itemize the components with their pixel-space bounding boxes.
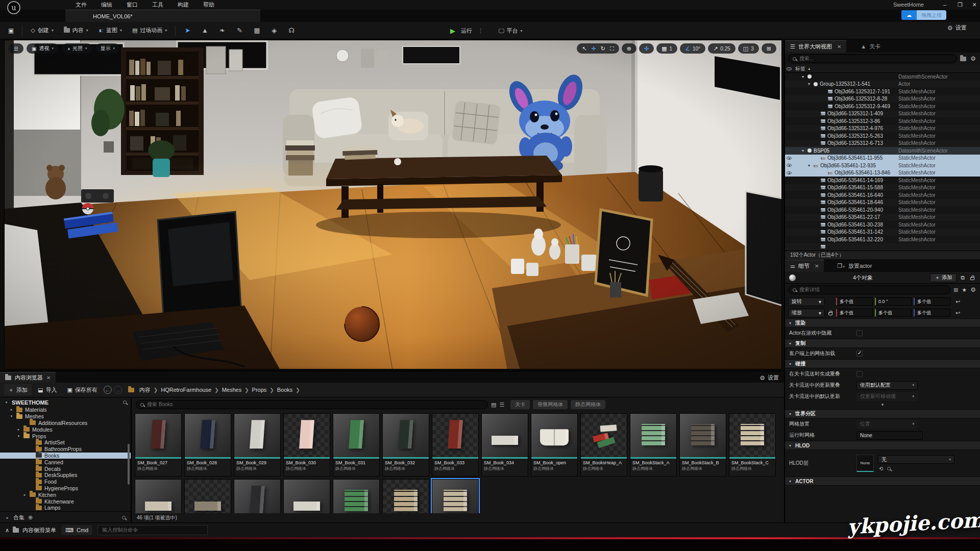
asset-tile[interactable]: SM_Book_032 静态网格体 — [382, 413, 429, 477]
section-actor[interactable]: ▾ACTOR — [785, 477, 980, 486]
expand-chevron[interactable]: ▾ — [806, 163, 812, 168]
asset-tile[interactable] — [135, 479, 182, 513]
hlod-layer-select[interactable]: 无▾ — [878, 455, 954, 464]
row-visibility-toggle[interactable] — [785, 127, 793, 130]
new-folder-icon[interactable] — [960, 57, 966, 61]
asset-tile[interactable] — [283, 479, 330, 513]
row-visibility-toggle[interactable] — [785, 97, 793, 101]
section-rendering[interactable]: ▾渲染 — [785, 318, 980, 328]
scale-mode-select[interactable]: 缩放▾ — [788, 309, 825, 317]
outliner-row[interactable]: Obj3d66-535461-20-940 StaticMeshActor — [785, 206, 980, 214]
row-visibility-toggle[interactable] — [785, 142, 793, 145]
outliner-row[interactable]: Obj3d66-1325312-7-191 StaticMeshActor — [785, 88, 980, 95]
row-visibility-toggle[interactable] — [785, 164, 793, 167]
outliner-row[interactable]: Obj3d66-535461-22-17 StaticMeshActor — [785, 214, 980, 221]
rotation-z-field[interactable]: 多个值 — [914, 297, 950, 306]
scale-snap-toggle[interactable]: ↗0.25 — [708, 43, 736, 54]
back-button[interactable]: ← — [104, 386, 112, 394]
row-visibility-toggle[interactable] — [785, 216, 793, 219]
section-collision[interactable]: ▾碰撞 — [785, 359, 980, 368]
breadcrumb-item[interactable]: Props — [251, 387, 268, 393]
filter-chip[interactable]: 骨骼网格体 — [533, 400, 568, 409]
blueprint-button[interactable]: ∎:蓝图▾ — [93, 24, 127, 37]
expand-advanced-chevron[interactable]: ▾ — [785, 402, 980, 409]
outliner-row[interactable]: Obj3d66-535461-30-238 StaticMeshActor — [785, 221, 980, 229]
asset-search-input[interactable]: 搜索 Books — [136, 400, 488, 409]
tab-content-browser[interactable]: 内容浏览器✕ — [0, 372, 56, 383]
filter-icon[interactable]: ☰ — [499, 402, 504, 408]
upload-badge[interactable]: ☁ 拖拽上传 — [901, 10, 946, 20]
expand-arrow[interactable]: ▸ — [9, 408, 14, 412]
expand-chevron[interactable]: ▾ — [800, 74, 805, 79]
expand-chevron[interactable]: ▾ — [806, 82, 812, 86]
select-tool-icon[interactable]: ↖ — [582, 45, 586, 52]
outliner-row[interactable]: Obj3d66-1325312-8-28 StaticMeshActor — [785, 95, 980, 103]
asset-tile[interactable]: SM_Book_028 静态网格体 — [184, 413, 231, 477]
close-button[interactable]: ✕ — [968, 1, 980, 9]
asset-tile[interactable]: SM_Book_027 静态网格体 — [135, 413, 182, 477]
outliner-row[interactable]: Obj3d66-535461-18-646 StaticMeshActor — [785, 199, 980, 207]
row-visibility-toggle[interactable] — [785, 193, 793, 196]
landscape-mode-icon[interactable]: ▲ — [199, 24, 211, 37]
lit-button[interactable]: ◑光照▾ — [62, 43, 92, 54]
asset-tile[interactable]: SM_Book_031 静态网格体 — [333, 413, 380, 477]
outliner-row[interactable]: Obj3d66-535461-14-169 StaticMeshActor — [785, 177, 980, 184]
scale-z-field[interactable]: 多个值 — [914, 309, 950, 317]
mesh-paint-mode-icon[interactable]: ✎ — [233, 24, 246, 37]
row-visibility-toggle[interactable] — [785, 105, 793, 108]
row-visibility-toggle[interactable] — [785, 201, 793, 204]
asset-tile[interactable]: SM_Book_030 静态网格体 — [283, 413, 330, 477]
use-selected-icon[interactable]: ⟲ — [879, 466, 883, 471]
tab-world-outliner[interactable]: ☰世界大纲视图✕ — [785, 40, 846, 53]
outliner-search-input[interactable]: 搜索... — [788, 54, 957, 63]
outliner-row[interactable]: Obj3d66-1325312-6-713 StaticMeshActor — [785, 140, 980, 147]
tree-folder[interactable]: ▾ Meshes — [0, 413, 131, 420]
search-icon[interactable] — [123, 400, 127, 404]
viewport-menu-button[interactable]: ☰ — [9, 43, 23, 54]
expand-arrow[interactable]: ▸ — [16, 428, 21, 432]
row-visibility-toggle[interactable] — [785, 245, 793, 248]
close-tab-icon[interactable]: ✕ — [815, 263, 819, 269]
asset-tile[interactable]: SM_BookStack_A 静态网格体 — [630, 413, 677, 477]
grid-snap-toggle[interactable]: ▦1 — [656, 43, 677, 54]
tree-folder[interactable]: AdditionalResources — [0, 420, 131, 427]
column-view-icon[interactable]: ⊞ — [953, 287, 958, 293]
browse-icon[interactable]: ⧉ — [961, 274, 965, 281]
visibility-column-icon[interactable] — [785, 67, 793, 70]
search-icon[interactable] — [122, 516, 126, 519]
asset-tile[interactable] — [382, 479, 429, 513]
play-button[interactable]: ▶运行⋮ — [445, 24, 488, 37]
details-lock-button[interactable] — [969, 275, 976, 280]
menu-item[interactable]: 文件 — [68, 0, 94, 10]
move-tool-icon[interactable]: ✛ — [592, 45, 596, 52]
foliage-mode-icon[interactable]: ❧ — [216, 24, 228, 37]
select-mode-icon[interactable]: ➤ — [181, 24, 193, 37]
save-all-button[interactable]: ▣保存所有 — [63, 384, 101, 395]
breadcrumb-item[interactable]: Meshes — [221, 387, 243, 393]
rotation-snap-toggle[interactable]: ∠10° — [680, 43, 705, 54]
collections-bar[interactable]: ▸合集 ⊕ — [0, 511, 132, 523]
details-search-input[interactable]: 搜索详情 — [788, 285, 950, 294]
scale-x-field[interactable]: 多个值 — [836, 309, 873, 317]
favorites-icon[interactable]: ★ — [962, 287, 967, 293]
menu-item[interactable]: 构建 — [170, 0, 196, 10]
scale-tool-icon[interactable]: ⛶ — [610, 45, 614, 52]
show-button[interactable]: 显示▾ — [95, 43, 120, 54]
runtime-grid-field[interactable]: None — [856, 431, 923, 440]
maximize-button[interactable]: ❐ — [953, 1, 967, 9]
hidden-in-game-checkbox[interactable] — [856, 330, 863, 336]
net-load-on-client-checkbox[interactable] — [856, 350, 863, 357]
asset-tile[interactable]: SM_Book_033 静态网格体 — [432, 413, 479, 477]
asset-tile[interactable] — [184, 479, 231, 513]
tree-folder[interactable]: Decals — [0, 465, 131, 472]
outliner-row[interactable]: Obj3d66-1325312-1-409 StaticMeshActor — [785, 110, 980, 118]
rotation-y-field[interactable]: 0.0 ° — [875, 297, 912, 306]
row-visibility-toggle[interactable] — [785, 83, 793, 86]
surface-snap-toggle[interactable]: ✣ — [639, 43, 654, 54]
breadcrumb-item[interactable]: Books — [276, 387, 294, 393]
outliner-row[interactable]: Obj3d66-535461-31-142 StaticMeshActor — [785, 229, 980, 236]
section-replication[interactable]: ▾复制 — [785, 339, 980, 348]
tree-folder[interactable]: ▸ Materials — [0, 407, 131, 413]
asset-tile[interactable] — [432, 479, 479, 513]
outliner-row[interactable]: Obj3d66-1325312-9-469 StaticMeshActor — [785, 103, 980, 110]
